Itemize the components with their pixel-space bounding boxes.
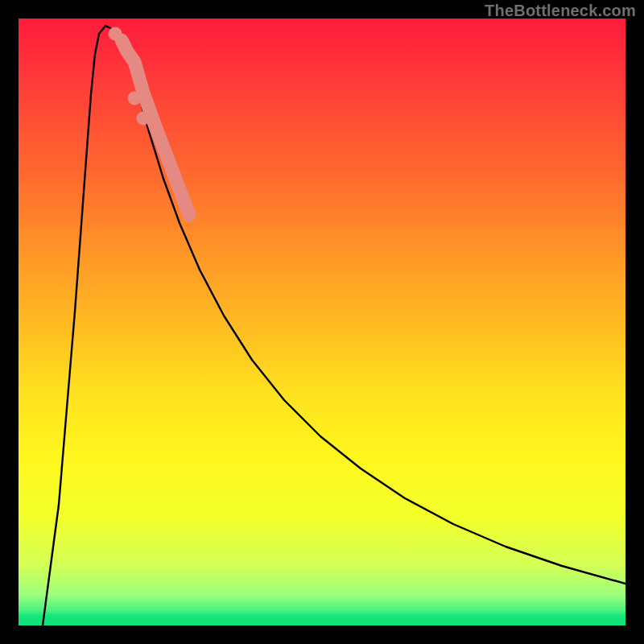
- plot-area: [19, 19, 625, 625]
- curve-path: [43, 26, 625, 625]
- highlight-dot: [137, 112, 151, 126]
- chart-svg: [19, 19, 625, 625]
- highlight-dot: [128, 92, 142, 105]
- chart-frame: TheBottleneck.com: [0, 0, 644, 644]
- watermark-text: TheBottleneck.com: [485, 2, 636, 20]
- highlight-dot: [109, 27, 122, 41]
- highlight-band: [122, 40, 189, 215]
